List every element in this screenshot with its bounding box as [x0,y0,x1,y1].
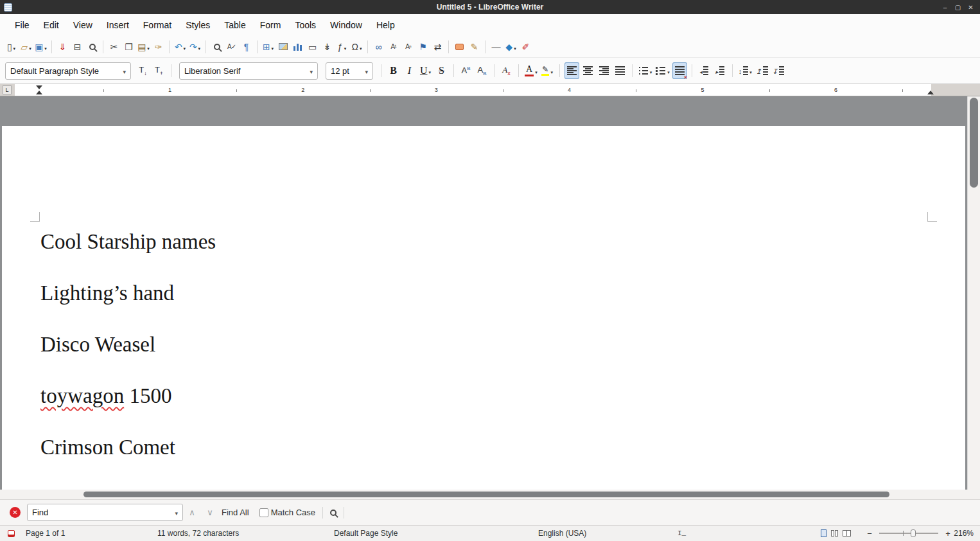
left-indent-marker[interactable] [36,91,42,94]
insert-table-button[interactable]: ⊞ [261,39,276,55]
find-next-button[interactable]: ∨ [201,505,219,520]
font-size-combobox[interactable]: 12 pt [326,62,373,80]
align-left-button[interactable] [564,62,579,79]
insert-comment-button[interactable] [452,39,467,55]
find-and-replace-button[interactable] [209,39,224,55]
basic-shapes-button[interactable]: ◆ [503,39,518,55]
find-input[interactable]: Find [27,504,183,521]
track-changes-button[interactable]: ✎ [467,39,482,55]
menu-help[interactable]: Help [369,17,402,33]
find-and-replace-icon[interactable] [330,510,337,516]
clone-formatting-button[interactable]: ✑ [151,39,166,55]
insert-image-button[interactable] [276,39,290,55]
word-count-status[interactable]: 11 words, 72 characters [157,526,239,541]
increase-paragraph-spacing-button[interactable] [755,62,769,79]
vertical-scrollbar[interactable] [967,96,980,490]
increase-indent-button[interactable] [713,62,728,79]
new-style-button[interactable]: T+ [152,62,166,79]
chevron-down-icon[interactable] [182,41,186,53]
font-name-combobox[interactable]: Liberation Serif [179,62,318,80]
insert-bookmark-button[interactable]: ⚑ [416,39,430,55]
vertical-scrollbar-thumb[interactable] [970,98,978,188]
print-preview-button[interactable] [85,39,100,55]
chevron-down-icon[interactable] [343,41,347,53]
zoom-out-icon[interactable]: − [866,529,873,538]
paragraph[interactable]: Disco Weasel [40,333,927,356]
highlight-color-button[interactable]: ✎ [540,62,555,79]
print-button[interactable]: ⊟ [70,39,85,55]
unordered-list-button[interactable] [637,62,654,79]
zoom-slider-thumb[interactable] [911,529,916,537]
match-case-checkbox[interactable] [259,508,268,517]
horizontal-scrollbar-thumb[interactable] [83,492,889,497]
underline-button[interactable]: U [418,62,433,79]
no-list-button[interactable]: ✕ [672,62,687,79]
paragraph[interactable]: Cool Starship names [40,230,927,253]
menu-tools[interactable]: Tools [288,17,323,33]
zoom-slider-track[interactable] [879,533,938,534]
strikethrough-button[interactable]: S [434,62,449,79]
chevron-down-icon[interactable] [197,41,201,53]
cut-button[interactable]: ✂ [107,39,121,55]
align-center-button[interactable] [581,62,595,79]
chevron-down-icon[interactable] [358,41,362,53]
line-spacing-button[interactable] [737,62,753,79]
menu-styles[interactable]: Styles [179,17,217,33]
word[interactable]: 1500 [124,384,171,407]
insert-endnote-button[interactable]: Aⁿ [401,39,416,55]
minimize-icon[interactable]: – [940,2,950,12]
right-indent-marker[interactable] [927,91,934,94]
chevron-down-icon[interactable] [666,65,670,76]
menu-form[interactable]: Form [253,17,288,33]
menu-edit[interactable]: Edit [37,17,66,33]
save-button[interactable]: ▣ [33,39,48,55]
find-all-button[interactable]: Find All [222,508,249,517]
page[interactable]: Cool Starship namesLighting’s handDisco … [2,126,965,490]
formatting-marks-button[interactable]: ¶ [239,39,254,55]
italic-button[interactable]: I [402,62,417,79]
ordered-list-button[interactable] [654,62,671,79]
insert-special-character-button[interactable]: Ω [349,39,364,55]
title-bar[interactable]: Untitled 5 - LibreOffice Writer – ▢ ✕ [0,0,980,14]
paragraph[interactable]: toywagon 1500 [40,384,927,407]
chevron-down-icon[interactable] [270,41,274,53]
page-style-status[interactable]: Default Page Style [334,526,398,541]
menu-table[interactable]: Table [217,17,252,33]
justify-button[interactable] [613,62,627,79]
font-color-button[interactable]: A [523,62,539,79]
insert-footnote-button[interactable]: A¹ [386,39,401,55]
paste-button[interactable]: ▤ [136,39,151,55]
maximize-icon[interactable]: ▢ [952,2,963,12]
chevron-down-icon[interactable] [649,65,652,76]
multi-page-view-icon[interactable] [831,530,838,537]
chevron-down-icon[interactable] [306,66,313,76]
chevron-down-icon[interactable] [28,41,31,53]
menu-format[interactable]: Format [136,17,179,33]
insert-hyperlink-button[interactable]: ∞ [371,39,386,55]
insert-page-break-button[interactable]: ↡ [320,39,335,55]
superscript-button[interactable]: AB [459,62,473,79]
subscript-button[interactable]: AB [475,62,489,79]
paragraph-style-combobox[interactable]: Default Paragraph Style [5,62,131,80]
chevron-down-icon[interactable] [748,65,752,76]
decrease-paragraph-spacing-button[interactable] [771,62,785,79]
decrease-indent-button[interactable] [697,62,712,79]
chevron-down-icon[interactable] [146,41,150,53]
paragraph[interactable]: Lighting’s hand [40,281,927,305]
chevron-down-icon[interactable] [549,65,553,76]
first-line-indent-marker[interactable] [36,85,42,89]
copy-button[interactable]: ❐ [121,39,136,55]
chevron-down-icon[interactable] [361,66,368,76]
insert-cross-reference-button[interactable]: ⇄ [430,39,445,55]
misspelled-word[interactable]: toywagon [40,384,124,407]
spelling-button[interactable]: A✓ [224,39,239,55]
redo-button[interactable]: ↷ [188,39,202,55]
update-style-button[interactable]: T↓ [136,62,150,79]
chevron-down-icon[interactable] [512,41,516,53]
horizontal-ruler[interactable]: L 123456 [0,84,980,96]
horizontal-scrollbar[interactable] [0,490,980,499]
open-button[interactable]: ▱ [19,39,33,55]
export-pdf-button[interactable]: ⇓ [55,39,70,55]
undo-button[interactable]: ↶ [173,39,188,55]
zoom-percentage[interactable]: 216% [954,526,974,541]
